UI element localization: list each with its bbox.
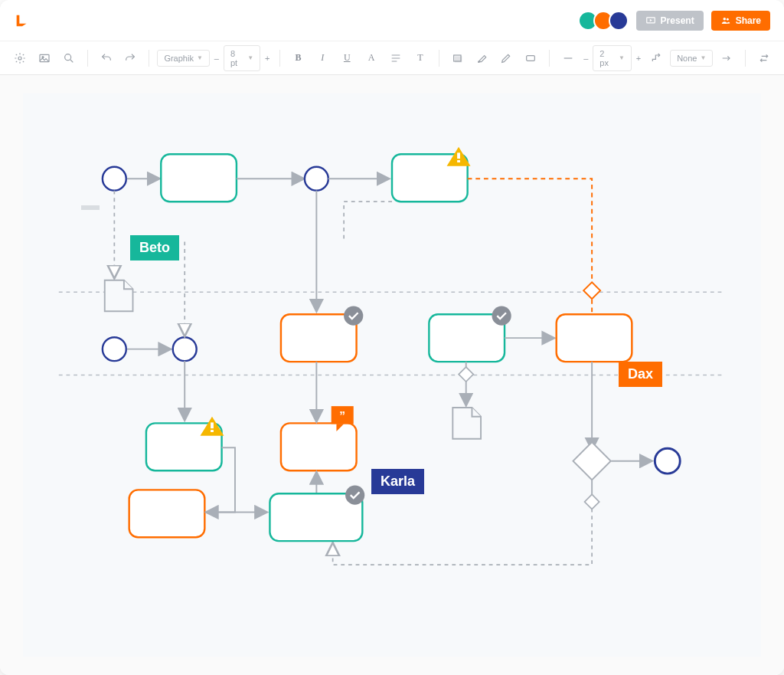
cursor-label-dax: Dax (619, 362, 662, 387)
font-family-value: Graphik (164, 54, 194, 63)
svg-text:”: ” (339, 408, 345, 421)
font-family-select[interactable]: Graphik▼ (157, 50, 209, 67)
stroke-width-select[interactable]: 2 px▼ (593, 45, 632, 71)
selection-handle[interactable] (81, 205, 100, 210)
underline-icon[interactable]: U (336, 48, 358, 69)
share-button[interactable]: Share (711, 11, 770, 31)
task-box[interactable] (281, 423, 357, 470)
check-badge-icon (345, 486, 364, 505)
svg-rect-9 (527, 55, 535, 61)
start-event[interactable] (103, 337, 126, 361)
swap-icon[interactable] (753, 48, 775, 69)
check-badge-icon (492, 306, 511, 326)
svg-point-20 (492, 306, 511, 326)
paint-icon[interactable] (472, 48, 493, 69)
app-logo-icon (14, 12, 31, 29)
gateway-diamond[interactable] (585, 494, 599, 509)
start-event[interactable] (103, 167, 126, 191)
line-solid-icon[interactable] (557, 48, 579, 69)
document-icon (105, 280, 133, 312)
pencil-icon[interactable] (496, 48, 518, 69)
svg-point-19 (344, 306, 363, 326)
play-icon (645, 15, 656, 26)
collaborator-avatars[interactable] (583, 11, 629, 31)
redo-icon[interactable] (120, 48, 142, 69)
check-badge-icon (344, 306, 363, 326)
bold-icon[interactable]: B (288, 48, 309, 69)
dash: – (582, 54, 590, 63)
cursor-label-beto: Beto (130, 235, 179, 260)
font-size-value: 8 pt (230, 49, 244, 67)
shape-style-icon[interactable] (520, 48, 541, 69)
search-icon[interactable] (58, 48, 80, 69)
line-style-select[interactable]: None▼ (670, 50, 713, 67)
document-icon (452, 408, 481, 439)
people-icon (720, 15, 731, 26)
align-icon[interactable] (385, 48, 407, 69)
svg-rect-29 (211, 422, 214, 428)
intermediate-event[interactable] (305, 167, 328, 191)
svg-rect-8 (455, 56, 462, 62)
share-label: Share (736, 15, 761, 26)
settings-icon[interactable] (9, 48, 31, 69)
diagram-canvas[interactable]: ” Beto (23, 93, 761, 657)
svg-point-1 (723, 17, 726, 20)
task-box[interactable] (557, 314, 632, 362)
header: Present Share (0, 0, 784, 41)
task-box[interactable] (429, 314, 505, 362)
task-box[interactable] (129, 490, 205, 537)
cursor-label-karla: Karla (371, 469, 424, 494)
arrow-end-icon[interactable] (716, 48, 737, 69)
intermediate-event[interactable] (173, 337, 197, 361)
plus: + (263, 54, 271, 63)
avatar[interactable] (609, 11, 629, 31)
end-event[interactable] (655, 448, 680, 473)
gateway-diamond[interactable] (583, 282, 600, 299)
svg-point-6 (64, 54, 70, 60)
canvas-area[interactable]: ” Beto (0, 75, 784, 675)
image-icon[interactable] (34, 48, 55, 69)
task-box[interactable] (281, 314, 357, 362)
present-button[interactable]: Present (636, 11, 704, 31)
connector-icon[interactable] (645, 48, 667, 69)
svg-rect-16 (457, 160, 460, 162)
font-size-select[interactable]: 8 pt▼ (224, 45, 260, 71)
plus: + (635, 54, 642, 63)
gateway-diamond[interactable] (459, 367, 473, 382)
fill-icon[interactable] (447, 48, 469, 69)
text-color-icon[interactable]: A (361, 48, 382, 69)
present-label: Present (661, 15, 694, 26)
gateway-diamond[interactable] (573, 442, 610, 480)
italic-icon[interactable]: I (312, 48, 333, 69)
svg-point-3 (18, 57, 21, 60)
stroke-width-value: 2 px (599, 49, 616, 67)
undo-icon[interactable] (96, 48, 117, 69)
line-style-value: None (677, 54, 697, 63)
svg-point-2 (727, 18, 729, 20)
toolbar: Graphik▼ – 8 pt▼ + B I U A T – 2 px▼ + N… (0, 41, 784, 75)
text-tool-icon[interactable]: T (410, 48, 431, 69)
task-box[interactable] (161, 154, 237, 202)
app-window: Present Share Graphik▼ – 8 pt▼ + B I U A… (0, 0, 784, 675)
svg-point-36 (345, 486, 364, 505)
dash: – (213, 54, 220, 63)
svg-rect-30 (211, 430, 214, 432)
svg-rect-15 (457, 152, 460, 159)
